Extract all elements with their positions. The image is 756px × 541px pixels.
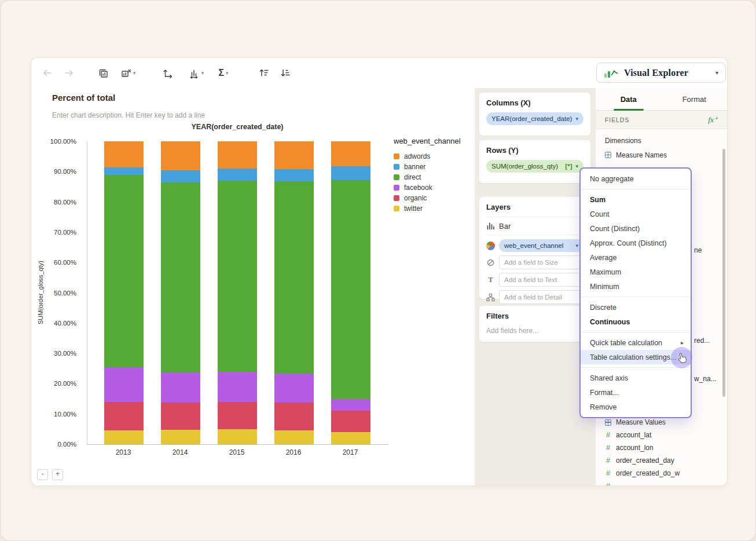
bar-segment-direct[interactable] <box>331 180 370 399</box>
color-pill[interactable]: web_event_channel ▾ <box>499 239 583 252</box>
bar-segment-facebook[interactable] <box>104 367 144 402</box>
bar-segment-direct[interactable] <box>104 175 144 367</box>
bar-segment-organic[interactable] <box>104 402 144 431</box>
legend-item-organic[interactable]: organic <box>394 194 472 202</box>
tab-format[interactable]: Format <box>662 88 728 110</box>
hand-pointer-icon <box>674 350 689 365</box>
bar-segment-direct[interactable] <box>161 182 200 372</box>
size-field-dropzone[interactable]: Add a field to Size <box>499 255 583 269</box>
stacked-bar-2014[interactable] <box>161 141 200 444</box>
app-switcher[interactable]: Visual Explorer ▾ <box>596 63 726 83</box>
y-tick-label: 70.00% <box>54 229 76 236</box>
legend-item-banner[interactable]: banner <box>394 163 472 171</box>
stacked-bar-2017[interactable] <box>331 141 370 444</box>
menu-item-discrete[interactable]: Discrete <box>581 300 691 315</box>
bar-segment-organic[interactable] <box>218 402 257 429</box>
bar-segment-organic[interactable] <box>274 403 314 430</box>
chart-type-button[interactable]: ▾ <box>185 64 208 82</box>
detail-field-dropzone[interactable]: Add a field to Detail <box>499 290 583 304</box>
chevron-down-icon: ▾ <box>133 70 136 76</box>
menu-item-no-aggregate[interactable]: No aggregate <box>581 171 691 186</box>
viz-title[interactable]: Percent of total <box>52 93 115 103</box>
legend-item-facebook[interactable]: facebook <box>394 184 472 192</box>
menu-item-continuous[interactable]: Continuous <box>581 315 691 329</box>
bar-segment-adwords[interactable] <box>218 141 257 169</box>
menu-item-sum[interactable]: Sum <box>581 192 691 207</box>
field-item-field[interactable]: # <box>596 480 727 486</box>
bar-segment-twitter[interactable] <box>104 430 144 444</box>
filters-dropzone[interactable]: Add fields here... <box>486 327 583 335</box>
bar-segment-organic[interactable] <box>161 403 200 430</box>
bar-segment-twitter[interactable] <box>274 430 314 444</box>
bar-segment-adwords[interactable] <box>161 141 200 170</box>
x-tick-label: 2013 <box>104 448 143 456</box>
duplicate-chart-button[interactable] <box>95 64 111 82</box>
tab-data[interactable]: Data <box>596 88 662 110</box>
y-tick-label: 0.00% <box>57 441 76 448</box>
sort-descending-button[interactable] <box>277 64 293 82</box>
sort-ascending-button[interactable] <box>256 64 272 82</box>
menu-item-average[interactable]: Average <box>581 250 691 265</box>
add-formula-button[interactable]: fx⁺ <box>708 115 718 125</box>
bar-segment-adwords[interactable] <box>104 141 144 167</box>
text-encoding-icon: T <box>486 275 495 284</box>
bar-segment-facebook[interactable] <box>331 399 370 411</box>
field-item-measure-names[interactable]: Measure Names <box>596 149 727 161</box>
remove-chart-button[interactable]: ▾ <box>116 64 140 82</box>
redo-button[interactable] <box>61 64 77 82</box>
bar-segment-banner[interactable] <box>218 169 257 181</box>
bar-segment-banner[interactable] <box>331 166 370 180</box>
bar-segment-facebook[interactable] <box>161 372 200 403</box>
bar-segment-banner[interactable] <box>161 170 200 182</box>
bar-segment-facebook[interactable] <box>274 374 314 403</box>
menu-item-shared-axis[interactable]: Shared axis <box>581 371 691 385</box>
field-item-order-created-do-w[interactable]: #order_created_do_w <box>596 467 727 480</box>
stacked-bar-2015[interactable] <box>218 141 257 444</box>
fields-scrollbar[interactable] <box>722 149 725 397</box>
menu-item-minimum[interactable]: Minimum <box>581 279 691 294</box>
legend-item-direct[interactable]: direct <box>394 173 472 181</box>
swap-axes-button[interactable] <box>159 64 175 82</box>
menu-item-label: Approx. Count (Distinct) <box>590 239 667 247</box>
text-field-dropzone[interactable]: Add a field to Text <box>499 273 583 287</box>
bar-segment-facebook[interactable] <box>218 372 257 402</box>
bar-segment-direct[interactable] <box>274 181 314 374</box>
menu-item-quick-table-calculation[interactable]: Quick table calculation▸ <box>581 335 691 350</box>
menu-item-maximum[interactable]: Maximum <box>581 265 691 279</box>
menu-item-approx-count-distinct[interactable]: Approx. Count (Distinct) <box>581 236 691 250</box>
menu-item-remove[interactable]: Remove <box>581 400 691 414</box>
menu-item-count[interactable]: Count <box>581 207 691 221</box>
y-tick-label: 40.00% <box>54 320 76 327</box>
chevron-down-icon: ▾ <box>201 70 204 76</box>
y-tick-label: 10.00% <box>54 411 76 418</box>
legend-item-twitter[interactable]: twitter <box>394 204 472 213</box>
menu-item-count-distinct[interactable]: Count (Distinct) <box>581 221 691 236</box>
legend-swatch-icon <box>394 153 399 159</box>
stacked-bar-2016[interactable] <box>274 141 314 444</box>
bar-segment-twitter[interactable] <box>161 430 200 444</box>
zoom-out-button[interactable]: - <box>37 469 48 480</box>
legend-item-adwords[interactable]: adwords <box>394 152 472 160</box>
bar-segment-adwords[interactable] <box>331 141 370 166</box>
field-item-account-lon[interactable]: #account_lon <box>596 441 727 454</box>
stacked-bar-2013[interactable] <box>104 141 144 444</box>
rows-pill[interactable]: SUM(order_gloss_qty) [*] ▾ <box>486 160 583 173</box>
bar-segment-organic[interactable] <box>331 411 370 432</box>
columns-pill[interactable]: YEAR(order_created_date) ▾ <box>486 112 583 125</box>
mark-type-row[interactable]: Bar <box>486 217 583 235</box>
aggregate-button[interactable]: Σ ▾ <box>213 64 234 82</box>
bar-segment-twitter[interactable] <box>331 432 370 444</box>
field-item-order-created-day[interactable]: #order_created_day <box>596 454 727 467</box>
bar-segment-adwords[interactable] <box>274 141 314 169</box>
field-label: Measure Values <box>616 418 666 426</box>
field-item-account-lat[interactable]: #account_lat <box>596 429 727 441</box>
bar-segment-twitter[interactable] <box>218 429 257 444</box>
undo-button[interactable] <box>39 64 56 82</box>
color-encoding-icon <box>486 242 495 250</box>
menu-item-format[interactable]: Format... <box>581 385 691 400</box>
bar-segment-banner[interactable] <box>274 169 314 181</box>
zoom-in-button[interactable]: + <box>52 469 63 480</box>
bar-segment-direct[interactable] <box>218 181 257 371</box>
viz-description-placeholder[interactable]: Enter chart description. Hit Enter key t… <box>52 111 205 119</box>
bar-segment-banner[interactable] <box>104 167 144 175</box>
